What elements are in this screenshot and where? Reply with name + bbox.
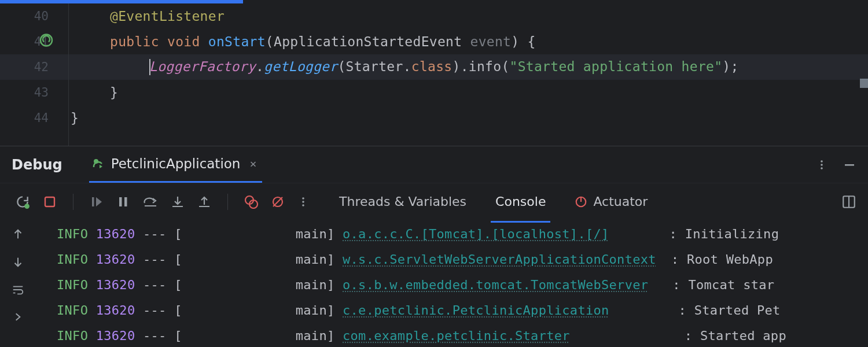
debug-panel-header: Debug PetclinicApplication × [0,146,868,183]
resume-icon[interactable] [90,195,104,209]
svg-rect-13 [199,206,209,207]
run-config-tab[interactable]: PetclinicApplication × [89,146,263,183]
svg-point-18 [302,197,304,200]
step-out-icon[interactable] [197,195,211,209]
tab-threads-variables[interactable]: Threads & Variables [338,191,468,212]
svg-point-20 [302,204,304,206]
code-line-43: 43 } [0,80,868,105]
log-line: INFO 13620 --- [main] o.a.c.c.C.[Tomcat]… [38,221,868,246]
pause-icon[interactable] [116,195,130,209]
console-panel: INFO 13620 --- [main] o.a.c.c.C.[Tomcat]… [0,220,868,347]
recursive-call-icon [39,34,53,50]
line-number: 42 [0,60,59,74]
debug-title: Debug [12,157,62,173]
line-number: 43 [0,86,59,99]
line-number: 41 [0,35,59,49]
view-breakpoints-icon[interactable] [244,195,258,209]
layout-icon[interactable] [841,194,856,209]
code-line-41: 41 public void onStart(ApplicationStarte… [0,29,868,54]
console-output[interactable]: INFO 13620 --- [main] o.a.c.c.C.[Tomcat]… [36,220,868,347]
run-config-icon [91,157,105,171]
scroll-down-icon[interactable] [12,256,24,268]
scroll-up-icon[interactable] [12,228,24,241]
svg-point-3 [821,164,823,166]
svg-rect-8 [92,197,94,206]
rerun-icon[interactable] [15,194,30,209]
minimap-marker[interactable] [860,79,868,88]
code-line-42: 42 LoggerFactory.getLogger(Starter.class… [0,54,868,80]
more-icon[interactable] [297,196,309,208]
svg-point-6 [24,204,30,209]
log-line: INFO 13620 --- [main] o.s.b.w.embedded.t… [38,272,868,297]
svg-rect-7 [45,197,54,206]
log-line: INFO 13620 --- [main] com.example.petcli… [38,323,868,347]
svg-rect-10 [124,197,127,206]
svg-rect-5 [845,164,854,166]
soft-wrap-icon[interactable] [11,283,25,296]
log-line: INFO 13620 --- [main] c.e.petclinic.Petc… [38,297,868,323]
log-line: INFO 13620 --- [main] w.s.c.ServletWebSe… [38,246,868,272]
tab-console[interactable]: Console [494,191,547,212]
stop-icon[interactable] [43,195,57,209]
console-side-toolbar [0,220,36,347]
line-number: 40 [0,9,59,23]
svg-point-19 [302,201,304,203]
chevron-right-icon[interactable] [12,311,24,323]
svg-rect-12 [172,206,183,207]
code-line-44: 44 } [0,105,868,131]
close-icon[interactable]: × [246,157,260,171]
line-number: 44 [0,111,59,125]
svg-rect-11 [145,205,156,206]
more-icon[interactable] [816,159,827,171]
code-line-40: 40 @EventListener [0,3,868,29]
run-config-label: PetclinicApplication [111,156,241,171]
svg-point-4 [821,167,823,169]
code-editor[interactable]: 40 @EventListener 41 public void onStart… [0,3,868,146]
step-over-icon[interactable] [143,195,158,209]
mute-breakpoints-icon[interactable] [271,195,285,209]
step-into-icon[interactable] [171,195,185,209]
minimize-icon[interactable] [843,158,856,172]
svg-point-2 [821,160,823,163]
tab-actuator[interactable]: Actuator [573,191,649,212]
debug-toolbar: Threads & Variables Console Actuator [0,183,868,220]
svg-rect-9 [119,197,122,206]
